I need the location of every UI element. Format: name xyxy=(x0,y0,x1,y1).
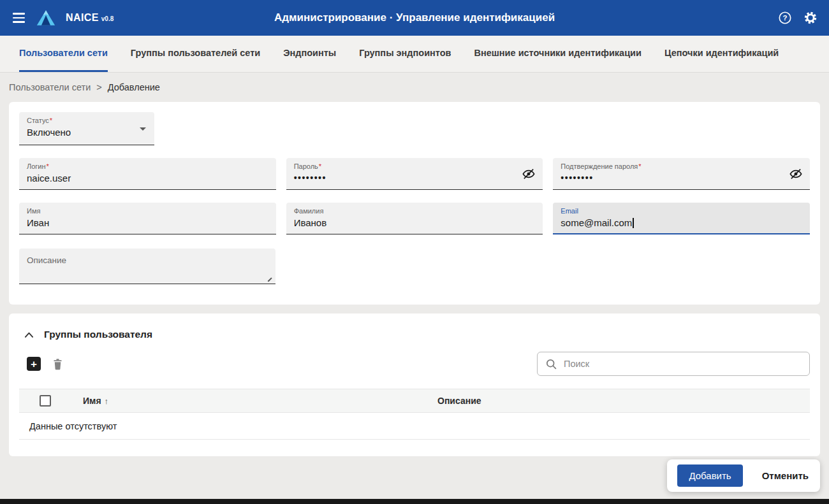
email-field[interactable]: Email some@mail.com xyxy=(553,203,810,234)
text-caret xyxy=(633,218,634,228)
login-field[interactable]: Логин* naice.user xyxy=(19,158,276,190)
brand-version: v0.8 xyxy=(101,15,114,22)
login-value: naice.user xyxy=(27,173,268,184)
topbar-right: ? xyxy=(778,11,818,25)
required-asterisk: * xyxy=(47,162,49,170)
status-value: Включено xyxy=(27,127,147,138)
groups-table-header: Имя ↑ Описание xyxy=(19,389,810,413)
tab-endpoints[interactable]: Эндпоинты xyxy=(283,36,336,72)
tab-bar: Пользователи сети Группы пользователей с… xyxy=(0,36,829,73)
login-label: Логин xyxy=(27,162,46,170)
first-name-field[interactable]: Имя Иван xyxy=(19,203,276,234)
empty-state-text: Данные отсутствуют xyxy=(29,421,117,431)
select-all-checkbox[interactable] xyxy=(40,395,51,407)
user-groups-card: Группы пользователя + xyxy=(9,313,820,456)
status-label: Статус xyxy=(27,117,49,124)
breadcrumb-separator: > xyxy=(96,82,101,92)
svg-text:?: ? xyxy=(783,14,788,22)
empty-table-row: Данные отсутствуют xyxy=(19,413,810,440)
search-icon xyxy=(545,358,557,370)
resize-handle[interactable] xyxy=(268,278,272,282)
tab-external-identity-sources[interactable]: Внешние источники идентификации xyxy=(474,36,641,72)
search-input[interactable] xyxy=(564,359,802,369)
breadcrumb-current: Добавление xyxy=(108,82,160,92)
description-field[interactable]: Описание xyxy=(19,248,275,284)
bottom-edge-strip xyxy=(0,499,829,504)
required-asterisk: * xyxy=(50,117,52,124)
breadcrumb-root[interactable]: Пользователи сети xyxy=(9,82,91,92)
form-row-personal: Имя Иван Фамилия Иванов Email some@mail.… xyxy=(19,203,810,234)
last-name-field[interactable]: Фамилия Иванов xyxy=(286,203,543,234)
password-label: Пароль xyxy=(294,162,318,170)
top-bar: NAICE v0.8 Администрирование · Управлени… xyxy=(0,0,829,36)
password-confirm-field[interactable]: Подтверждение пароля* •••••••• xyxy=(553,158,810,190)
help-icon[interactable]: ? xyxy=(778,11,792,25)
groups-section-header: Группы пользователя xyxy=(19,322,810,343)
topbar-left: NAICE v0.8 xyxy=(11,10,114,26)
password-confirm-label: Подтверждение пароля xyxy=(561,162,638,170)
page-title: Администрирование · Управление идентифик… xyxy=(274,11,555,24)
breadcrumb: Пользователи сети > Добавление xyxy=(0,73,829,102)
chevron-down-icon xyxy=(140,127,146,131)
groups-table: Имя ↑ Описание Данные отсутствуют xyxy=(19,389,810,440)
gear-icon[interactable] xyxy=(803,11,818,25)
email-label: Email xyxy=(561,207,578,215)
groups-section-title: Группы пользователя xyxy=(44,329,152,340)
required-asterisk: * xyxy=(638,162,641,170)
groups-toolbar: + xyxy=(19,352,810,376)
delete-icon[interactable] xyxy=(52,357,64,371)
add-group-button[interactable]: + xyxy=(27,357,41,371)
description-label: Описание xyxy=(27,256,268,264)
action-bar: Добавить Отменить xyxy=(667,459,820,492)
last-name-value: Иванов xyxy=(294,217,536,228)
column-header-description[interactable]: Описание xyxy=(437,396,481,406)
password-value: •••••••• xyxy=(294,173,536,183)
tab-network-users[interactable]: Пользователи сети xyxy=(19,36,108,72)
first-name-value: Иван xyxy=(27,217,268,228)
tab-endpoint-groups[interactable]: Группы эндпоинтов xyxy=(359,36,451,72)
email-value: some@mail.com xyxy=(561,217,802,228)
app-logo xyxy=(36,10,55,26)
last-name-label: Фамилия xyxy=(294,207,324,215)
brand-name: NAICE xyxy=(66,12,99,24)
user-form-card: Статус* Включено Логин* naice.user Парол… xyxy=(9,102,820,305)
first-name-label: Имя xyxy=(27,207,40,215)
brand: NAICE v0.8 xyxy=(66,12,114,24)
password-field[interactable]: Пароль* •••••••• xyxy=(286,158,543,190)
column-header-name[interactable]: Имя xyxy=(83,396,101,406)
form-row-credentials: Логин* naice.user Пароль* •••••••• xyxy=(19,158,810,190)
collapse-chevron-icon[interactable] xyxy=(24,331,34,338)
submit-button[interactable]: Добавить xyxy=(677,464,742,487)
tab-network-user-groups[interactable]: Группы пользователей сети xyxy=(131,36,260,72)
tab-identity-chains[interactable]: Цепочки идентификаций xyxy=(664,36,779,72)
required-asterisk: * xyxy=(319,162,321,170)
eye-off-icon[interactable] xyxy=(522,167,536,184)
app-window: NAICE v0.8 Администрирование · Управлени… xyxy=(0,0,829,504)
status-select[interactable]: Статус* Включено xyxy=(19,112,154,145)
cancel-button[interactable]: Отменить xyxy=(762,470,809,481)
password-confirm-value: •••••••• xyxy=(561,173,802,183)
sort-ascending-icon[interactable]: ↑ xyxy=(105,396,109,406)
search-box xyxy=(537,352,810,376)
eye-off-icon[interactable] xyxy=(789,167,803,184)
hamburger-menu-icon[interactable] xyxy=(11,10,26,25)
